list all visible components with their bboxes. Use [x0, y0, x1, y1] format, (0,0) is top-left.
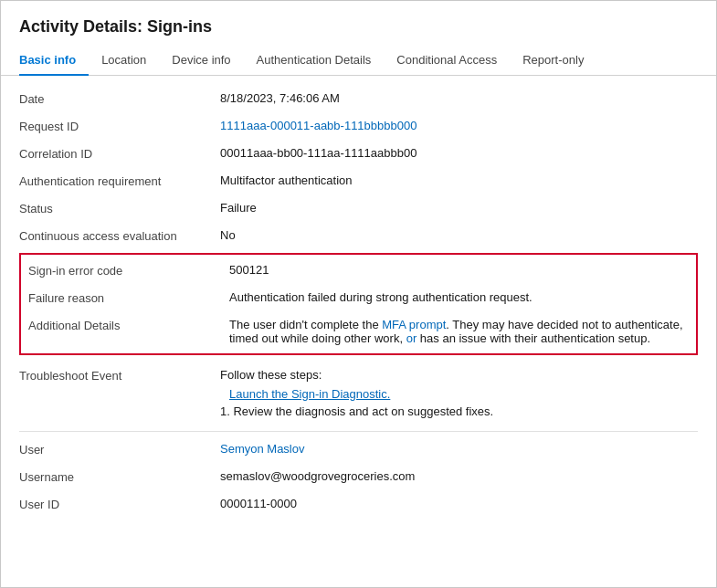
tab-device-info[interactable]: Device info — [159, 46, 243, 76]
field-request-id: Request ID 1111aaa-000011-aabb-111bbbbb0… — [19, 112, 698, 140]
field-status: Status Failure — [19, 194, 698, 222]
value-date: 8/18/2023, 7:46:06 AM — [220, 91, 698, 105]
value-username: semaslov@woodgrovegroceries.com — [220, 469, 698, 483]
label-date: Date — [19, 91, 220, 106]
value-additional-details: The user didn't complete the MFA prompt.… — [229, 318, 689, 345]
field-username: Username semaslov@woodgrovegroceries.com — [19, 463, 698, 490]
field-cae: Continuous access evaluation No — [19, 222, 698, 249]
field-error-code: Sign-in error code 500121 — [21, 257, 696, 284]
value-error-code: 500121 — [229, 263, 689, 277]
troubleshoot-follow-text: Follow these steps: — [220, 368, 698, 382]
field-auth-requirement: Authentication requirement Multifactor a… — [19, 167, 698, 194]
label-error-code: Sign-in error code — [28, 263, 229, 278]
field-troubleshoot: Troubleshoot Event Follow these steps: L… — [19, 359, 698, 427]
tab-basic-info[interactable]: Basic info — [19, 46, 89, 76]
label-correlation-id: Correlation ID — [19, 146, 220, 161]
field-correlation-id: Correlation ID 00011aaa-bb00-111aa-1111a… — [19, 140, 698, 167]
label-cae: Continuous access evaluation — [19, 228, 220, 243]
content-area: Date 8/18/2023, 7:46:06 AM Request ID 11… — [1, 76, 716, 536]
tab-conditional-access[interactable]: Conditional Access — [384, 46, 510, 76]
value-failure-reason: Authentication failed during strong auth… — [229, 290, 689, 304]
value-correlation-id: 00011aaa-bb00-111aa-1111aabbb00 — [220, 146, 698, 160]
field-user-id: User ID 0000111-0000 — [19, 490, 698, 518]
troubleshoot-launch-link[interactable]: Launch the Sign-in Diagnostic. — [229, 387, 698, 401]
label-username: Username — [19, 469, 220, 484]
tab-report-only[interactable]: Report-only — [510, 46, 596, 76]
tab-auth-details[interactable]: Authentication Details — [244, 46, 385, 76]
highlight-mfa: MFA prompt — [382, 318, 446, 331]
value-cae: No — [220, 228, 698, 242]
field-user: User Semyon Maslov — [19, 436, 698, 463]
label-additional-details: Additional Details — [28, 318, 229, 332]
value-user[interactable]: Semyon Maslov — [220, 442, 698, 456]
error-highlight-box: Sign-in error code 500121 Failure reason… — [19, 253, 698, 355]
label-status: Status — [19, 201, 220, 215]
field-failure-reason: Failure reason Authentication failed dur… — [21, 284, 696, 311]
tab-bar: Basic info Location Device info Authenti… — [1, 46, 716, 76]
panel-title: Activity Details: Sign-ins — [1, 1, 716, 46]
value-status: Failure — [220, 201, 698, 215]
label-user: User — [19, 442, 220, 457]
label-request-id: Request ID — [19, 119, 220, 133]
field-additional-details: Additional Details The user didn't compl… — [21, 311, 696, 352]
value-request-id[interactable]: 1111aaa-000011-aabb-111bbbbb000 — [220, 119, 698, 132]
activity-details-panel: Activity Details: Sign-ins Basic info Lo… — [0, 0, 717, 588]
tab-location[interactable]: Location — [89, 46, 159, 76]
divider — [19, 431, 698, 432]
label-troubleshoot: Troubleshoot Event — [19, 368, 220, 383]
troubleshoot-step: 1. Review the diagnosis and act on sugge… — [220, 404, 698, 418]
label-user-id: User ID — [19, 497, 220, 511]
field-date: Date 8/18/2023, 7:46:06 AM — [19, 85, 698, 112]
label-failure-reason: Failure reason — [28, 290, 229, 305]
value-user-id: 0000111-0000 — [220, 497, 698, 510]
value-auth-requirement: Multifactor authentication — [220, 173, 698, 187]
highlight-or: or — [406, 331, 417, 345]
label-auth-requirement: Authentication requirement — [19, 173, 220, 188]
value-troubleshoot: Follow these steps: Launch the Sign-in D… — [220, 368, 698, 418]
